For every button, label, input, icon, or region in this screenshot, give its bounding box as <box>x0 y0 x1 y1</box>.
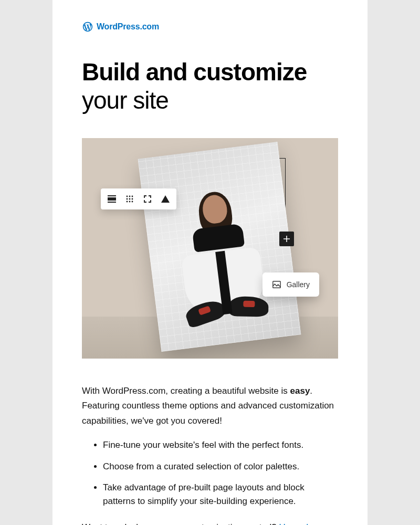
svg-point-4 <box>129 195 131 197</box>
fullscreen-icon[interactable] <box>140 193 155 205</box>
feature-list: Fine-tune your website's feel with the p… <box>82 438 338 508</box>
gallery-block-chip[interactable]: Gallery <box>262 272 319 297</box>
brand-name: WordPress.com <box>97 22 159 32</box>
list-item: Choose from a curated selection of color… <box>103 460 338 474</box>
add-block-button[interactable] <box>279 232 294 246</box>
gallery-label: Gallery <box>287 280 310 289</box>
intro-paragraph: With WordPress.com, creating a beautiful… <box>82 384 338 429</box>
svg-point-7 <box>129 198 131 200</box>
align-icon[interactable] <box>104 193 120 205</box>
svg-point-11 <box>132 201 133 202</box>
intro-bold: easy <box>290 386 310 396</box>
intro-pre: With WordPress.com, creating a beautiful… <box>82 386 290 396</box>
svg-point-5 <box>132 195 133 197</box>
gallery-icon <box>272 280 281 289</box>
headline-light: your site <box>82 87 169 114</box>
list-item: Take advantage of pre-built page layouts… <box>103 481 338 509</box>
svg-rect-1 <box>108 197 116 201</box>
svg-point-10 <box>129 201 131 202</box>
brand-logo[interactable]: WordPress.com <box>82 21 338 33</box>
wordpress-icon <box>82 21 93 33</box>
svg-point-8 <box>132 198 133 200</box>
svg-point-9 <box>127 201 128 202</box>
svg-rect-0 <box>108 195 116 196</box>
headline-bold: Build and customize <box>82 58 307 86</box>
list-item: Fine-tune your website's feel with the p… <box>103 438 338 452</box>
image-toolbar <box>101 188 176 209</box>
hero-photo <box>138 142 301 352</box>
cta-pre: Want to unlock even more customization c… <box>82 522 279 525</box>
svg-point-3 <box>127 195 128 197</box>
cta-paragraph: Want to unlock even more customization c… <box>82 520 338 525</box>
svg-point-6 <box>127 198 128 200</box>
page-headline: Build and customize your site <box>82 58 338 115</box>
contrast-icon[interactable] <box>158 193 173 205</box>
hero-illustration: Gallery <box>82 138 338 359</box>
grid-dots-icon[interactable] <box>122 193 138 205</box>
email-body: WordPress.com Build and customize your s… <box>52 0 368 525</box>
svg-rect-2 <box>108 202 116 203</box>
